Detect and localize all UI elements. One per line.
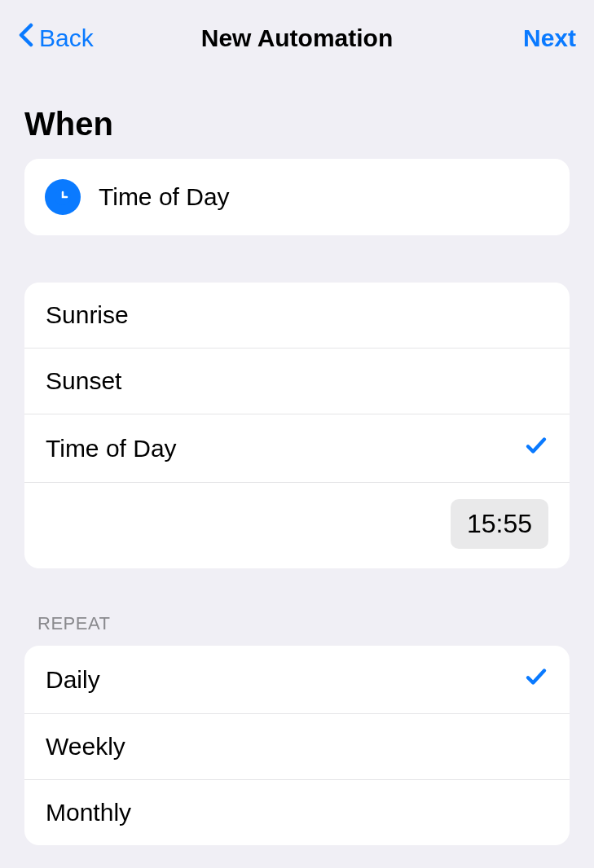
option-time-of-day[interactable]: Time of Day (24, 414, 570, 483)
next-button[interactable]: Next (523, 24, 576, 52)
option-label: Monthly (46, 799, 131, 826)
option-label: Sunrise (46, 301, 129, 329)
option-label: Time of Day (46, 435, 177, 462)
chevron-left-icon (18, 23, 34, 53)
back-label: Back (39, 24, 94, 52)
checkmark-icon (524, 433, 548, 463)
page-title: New Automation (201, 24, 394, 52)
option-sunrise[interactable]: Sunrise (24, 283, 570, 349)
repeat-monthly[interactable]: Monthly (24, 780, 570, 845)
option-label: Daily (46, 666, 100, 694)
option-sunset[interactable]: Sunset (24, 349, 570, 414)
checkmark-icon (524, 664, 548, 695)
trigger-card: Time of Day (24, 159, 570, 235)
repeat-daily[interactable]: Daily (24, 646, 570, 714)
option-label: Weekly (46, 733, 125, 761)
time-picker[interactable]: 15:55 (451, 499, 548, 549)
repeat-options-card: Daily Weekly Monthly (24, 646, 570, 845)
time-options-card: Sunrise Sunset Time of Day 15:55 (24, 283, 570, 568)
clock-icon (45, 179, 81, 215)
trigger-label: Time of Day (99, 183, 230, 211)
section-header-repeat: REPEAT (0, 568, 594, 646)
back-button[interactable]: Back (18, 23, 94, 53)
time-picker-row: 15:55 (24, 483, 570, 568)
navbar: Back New Automation Next (0, 0, 594, 69)
section-title-when: When (0, 69, 594, 159)
repeat-weekly[interactable]: Weekly (24, 714, 570, 780)
option-label: Sunset (46, 367, 121, 395)
trigger-row[interactable]: Time of Day (24, 159, 570, 235)
